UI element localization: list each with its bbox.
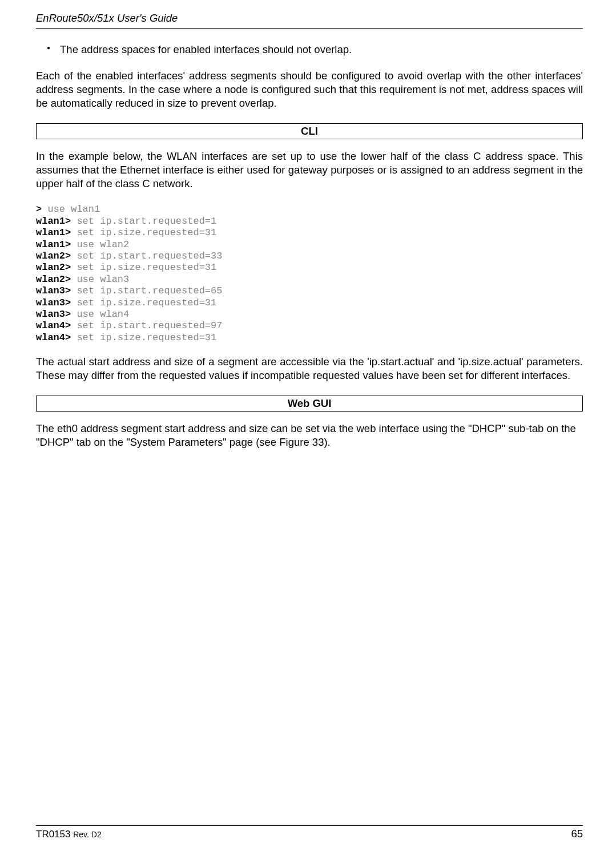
- document-header-title: EnRoute50x/51x User's Guide: [36, 11, 583, 25]
- cli-code-block: > use wlan1 wlan1> set ip.start.requeste…: [36, 204, 583, 344]
- paragraph-actual-params: The actual start address and size of a s…: [36, 355, 583, 382]
- paragraph-webgui: The eth0 address segment start address a…: [36, 422, 583, 449]
- webgui-section-header: Web GUI: [36, 396, 583, 412]
- bullet-item: ● The address spaces for enabled interfa…: [36, 43, 583, 57]
- footer-doc-id: TR0153 Rev. D2: [36, 828, 102, 841]
- footer-doc-number: TR0153: [36, 829, 73, 840]
- paragraph-cli-intro: In the example below, the WLAN interface…: [36, 150, 583, 191]
- bullet-marker-icon: ●: [47, 43, 50, 57]
- paragraph-overlap: Each of the enabled interfaces' address …: [36, 69, 583, 110]
- bullet-text: The address spaces for enabled interface…: [60, 43, 352, 57]
- footer-divider: [36, 825, 583, 826]
- cli-section-header: CLI: [36, 123, 583, 139]
- page-footer: TR0153 Rev. D2 65: [36, 827, 583, 841]
- footer-page-number: 65: [571, 827, 583, 841]
- header-divider: [36, 28, 583, 29]
- footer-revision: Rev. D2: [73, 830, 102, 839]
